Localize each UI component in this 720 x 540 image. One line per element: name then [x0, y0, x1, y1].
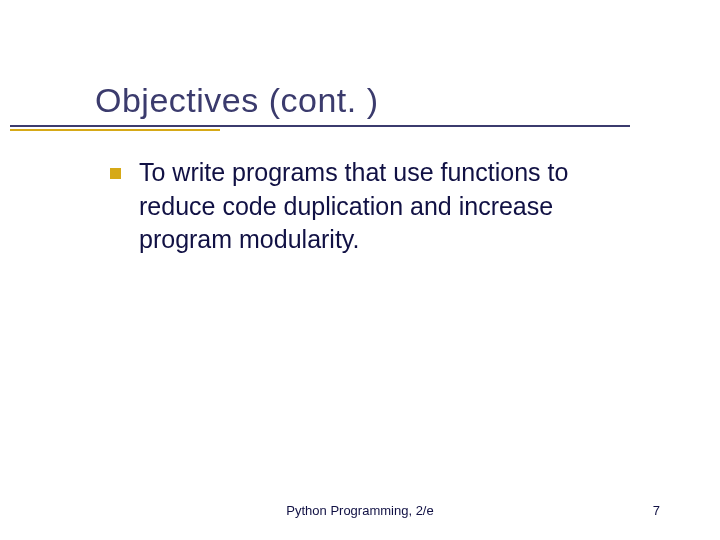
slide-container: Objectives (cont. ) To write programs th…: [0, 0, 720, 540]
underline-primary: [10, 125, 630, 127]
slide-title: Objectives (cont. ): [95, 80, 660, 121]
bullet-text: To write programs that use functions to …: [139, 156, 640, 257]
bullet-item: To write programs that use functions to …: [110, 156, 640, 257]
bullet-square-icon: [110, 168, 121, 179]
footer-text: Python Programming, 2/e: [286, 503, 433, 518]
page-number: 7: [653, 503, 660, 518]
title-area: Objectives (cont. ): [95, 80, 660, 121]
underline-accent: [10, 129, 220, 131]
footer: Python Programming, 2/e: [0, 503, 720, 518]
content-area: To write programs that use functions to …: [95, 156, 660, 257]
